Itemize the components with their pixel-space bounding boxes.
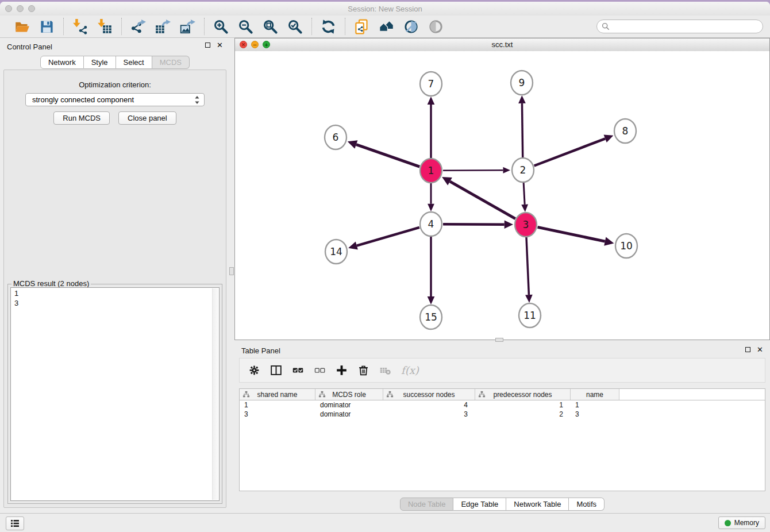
network-minimize-button[interactable]: − — [251, 41, 259, 48]
zoom-in-icon[interactable] — [213, 19, 229, 34]
table-cell[interactable]: 2 — [475, 410, 571, 419]
task-history-button[interactable] — [6, 516, 24, 530]
first-neighbors-icon[interactable] — [379, 19, 394, 34]
column-header-predecessor-nodes[interactable]: predecessor nodes — [475, 389, 571, 400]
tab-select[interactable]: Select — [116, 56, 152, 69]
zoom-selected-icon[interactable] — [287, 19, 303, 34]
control-panel-tabs: NetworkStyleSelectMCDS — [0, 56, 230, 69]
float-table-panel-icon[interactable] — [745, 347, 750, 352]
tab-mcds[interactable]: MCDS — [152, 56, 190, 69]
memory-button[interactable]: Memory — [718, 516, 765, 529]
graph-edge-4-3[interactable] — [443, 224, 505, 225]
tab-motifs[interactable]: Motifs — [569, 498, 605, 511]
delete-table-icon — [379, 364, 391, 376]
table-panel-title: Table Panel — [241, 346, 280, 355]
graph-node-label-6: 6 — [333, 132, 339, 143]
graph-edge-2-8[interactable] — [534, 138, 606, 165]
table-row[interactable]: 1dominator411 — [240, 400, 765, 410]
delete-column-icon[interactable] — [357, 364, 369, 376]
import-table-icon[interactable] — [97, 19, 113, 34]
column-label: successor nodes — [403, 391, 455, 399]
graph-node-label-8: 8 — [622, 125, 629, 137]
graph-edge-3-1[interactable] — [450, 182, 515, 219]
table-cell[interactable]: 3 — [571, 410, 619, 419]
table-cell[interactable]: dominator — [315, 410, 383, 419]
column-header-mcds-role[interactable]: MCDS role — [315, 389, 383, 400]
toolbar-group — [345, 19, 452, 34]
graph-edge-arrow-1-6 — [348, 140, 358, 149]
table-cell[interactable]: 1 — [571, 400, 619, 410]
network-canvas[interactable]: 7968124314101511 — [235, 51, 769, 340]
titlebar: Session: New Session — [0, 2, 770, 16]
criterion-select[interactable]: strongly connected component — [25, 93, 205, 106]
result-scrollbar[interactable] — [212, 288, 218, 500]
graph-edge-1-2[interactable] — [443, 170, 503, 171]
mcds-result-title: MCDS result (2 nodes) — [11, 279, 91, 288]
export-image-icon[interactable] — [180, 19, 195, 34]
tab-node-table[interactable]: Node Table — [400, 498, 454, 511]
float-panel-icon[interactable] — [205, 43, 210, 48]
tab-edge-table[interactable]: Edge Table — [453, 498, 506, 511]
select-all-columns-icon[interactable] — [292, 364, 304, 376]
table-row[interactable]: 3dominator323 — [240, 410, 765, 419]
run-mcds-button[interactable]: Run MCDS — [53, 111, 110, 125]
column-model-icon — [242, 391, 250, 398]
open-file-icon[interactable] — [14, 19, 30, 34]
search-icon — [602, 22, 610, 30]
table-body: 1dominator4113dominator323 — [240, 400, 765, 419]
window-title: Session: New Session — [0, 5, 770, 13]
tab-network-table[interactable]: Network Table — [506, 498, 569, 511]
column-header-name[interactable]: name — [571, 389, 619, 400]
table-cell[interactable]: dominator — [315, 400, 383, 410]
graph-edge-1-6[interactable] — [356, 145, 419, 167]
graph-edge-4-14[interactable] — [357, 228, 419, 246]
zoom-out-icon[interactable] — [238, 19, 253, 34]
mcds-result-box[interactable]: 1 3 — [10, 287, 220, 501]
table-cell[interactable]: 1 — [475, 400, 571, 410]
deselect-all-columns-icon[interactable] — [314, 364, 326, 376]
import-network-icon[interactable] — [72, 19, 88, 34]
graph-edge-2-3[interactable] — [523, 182, 525, 205]
export-table-icon[interactable] — [155, 19, 171, 34]
graph-edge-3-11[interactable] — [526, 237, 529, 295]
table-cell[interactable]: 1 — [240, 400, 315, 410]
add-column-icon[interactable] — [336, 364, 348, 376]
select-spinner-icon — [194, 95, 200, 104]
graphics-details-icon[interactable] — [403, 19, 419, 34]
toggle-panel-icon[interactable] — [270, 364, 282, 376]
table-cell[interactable]: 4 — [383, 400, 475, 410]
network-close-button[interactable]: ✕ — [240, 41, 247, 48]
table-cell[interactable]: 3 — [383, 410, 475, 419]
graph-node-label-1: 1 — [428, 165, 434, 176]
column-label: MCDS role — [332, 391, 366, 399]
duplicate-network-icon[interactable] — [354, 19, 369, 34]
close-panel-button[interactable]: Close panel — [118, 111, 176, 125]
network-window-titlebar[interactable]: ✕ − + scc.txt — [235, 38, 769, 52]
graph-node-label-9: 9 — [519, 77, 525, 88]
graph-edge-3-10[interactable] — [538, 227, 605, 241]
horizontal-splitter-grip[interactable] — [495, 338, 503, 342]
export-network-icon[interactable] — [130, 19, 146, 34]
graph-node-label-14: 14 — [330, 246, 342, 257]
apply-layout-icon[interactable] — [321, 19, 336, 34]
graph-edge-arrow-1-2 — [503, 167, 510, 174]
table-cell[interactable]: 3 — [240, 410, 315, 419]
search-input[interactable] — [596, 20, 763, 33]
network-maximize-button[interactable]: + — [263, 41, 270, 48]
column-header-shared-name[interactable]: shared name — [240, 389, 315, 400]
toolbar-group — [64, 19, 121, 34]
close-panel-icon[interactable]: ✕ — [217, 42, 223, 48]
tab-network[interactable]: Network — [40, 56, 84, 69]
save-session-icon[interactable] — [39, 19, 55, 34]
table-panel: Table Panel ✕ f(x) shared nameMCDS roles… — [234, 342, 770, 514]
graph-edge-2-9[interactable] — [522, 103, 522, 158]
vertical-splitter-grip[interactable] — [229, 267, 234, 275]
toolbar-group — [122, 19, 204, 34]
column-header-successor-nodes[interactable]: successor nodes — [383, 389, 475, 400]
mcds-result-group: MCDS result (2 nodes) 1 3 — [7, 284, 222, 504]
zoom-fit-icon[interactable] — [263, 19, 278, 34]
column-label: predecessor nodes — [493, 391, 552, 399]
close-table-panel-icon[interactable]: ✕ — [757, 346, 763, 353]
table-settings-icon[interactable] — [248, 364, 260, 376]
tab-style[interactable]: Style — [84, 56, 116, 69]
